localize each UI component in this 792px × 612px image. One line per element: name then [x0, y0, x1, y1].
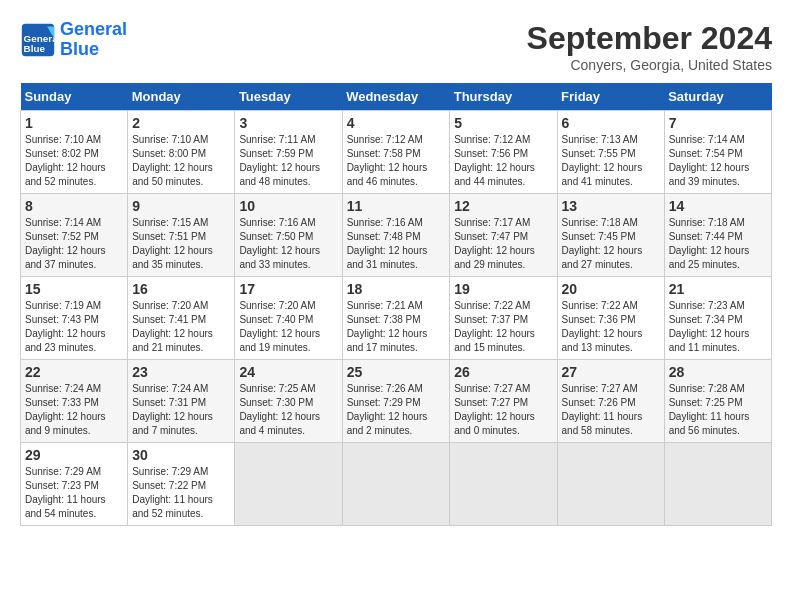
calendar-day-cell: 26 Sunrise: 7:27 AMSunset: 7:27 PMDaylig… [450, 360, 557, 443]
day-details: Sunrise: 7:18 AMSunset: 7:44 PMDaylight:… [669, 217, 750, 270]
day-number: 29 [25, 447, 123, 463]
calendar-day-cell: 8 Sunrise: 7:14 AMSunset: 7:52 PMDayligh… [21, 194, 128, 277]
calendar-day-cell: 27 Sunrise: 7:27 AMSunset: 7:26 PMDaylig… [557, 360, 664, 443]
day-details: Sunrise: 7:29 AMSunset: 7:22 PMDaylight:… [132, 466, 213, 519]
logo-text-line1: General [60, 20, 127, 40]
calendar-day-cell: 11 Sunrise: 7:16 AMSunset: 7:48 PMDaylig… [342, 194, 450, 277]
day-details: Sunrise: 7:12 AMSunset: 7:56 PMDaylight:… [454, 134, 535, 187]
day-number: 17 [239, 281, 337, 297]
day-number: 26 [454, 364, 552, 380]
calendar-day-cell: 4 Sunrise: 7:12 AMSunset: 7:58 PMDayligh… [342, 111, 450, 194]
weekday-header-monday: Monday [128, 83, 235, 111]
day-details: Sunrise: 7:22 AMSunset: 7:37 PMDaylight:… [454, 300, 535, 353]
day-number: 16 [132, 281, 230, 297]
title-block: September 2024 Conyers, Georgia, United … [527, 20, 772, 73]
day-number: 9 [132, 198, 230, 214]
day-number: 20 [562, 281, 660, 297]
calendar-week-row: 29 Sunrise: 7:29 AMSunset: 7:23 PMDaylig… [21, 443, 772, 526]
day-details: Sunrise: 7:20 AMSunset: 7:40 PMDaylight:… [239, 300, 320, 353]
day-number: 8 [25, 198, 123, 214]
page-header: General Blue General Blue September 2024… [20, 20, 772, 73]
weekday-header-friday: Friday [557, 83, 664, 111]
logo-icon: General Blue [20, 22, 56, 58]
day-number: 25 [347, 364, 446, 380]
day-number: 7 [669, 115, 767, 131]
calendar-day-cell [557, 443, 664, 526]
calendar-day-cell: 1 Sunrise: 7:10 AMSunset: 8:02 PMDayligh… [21, 111, 128, 194]
day-details: Sunrise: 7:29 AMSunset: 7:23 PMDaylight:… [25, 466, 106, 519]
calendar-day-cell: 17 Sunrise: 7:20 AMSunset: 7:40 PMDaylig… [235, 277, 342, 360]
day-number: 10 [239, 198, 337, 214]
day-number: 23 [132, 364, 230, 380]
day-details: Sunrise: 7:25 AMSunset: 7:30 PMDaylight:… [239, 383, 320, 436]
location-subtitle: Conyers, Georgia, United States [527, 57, 772, 73]
calendar-day-cell: 14 Sunrise: 7:18 AMSunset: 7:44 PMDaylig… [664, 194, 771, 277]
calendar-day-cell: 10 Sunrise: 7:16 AMSunset: 7:50 PMDaylig… [235, 194, 342, 277]
calendar-day-cell [664, 443, 771, 526]
day-details: Sunrise: 7:15 AMSunset: 7:51 PMDaylight:… [132, 217, 213, 270]
calendar-header-row: SundayMondayTuesdayWednesdayThursdayFrid… [21, 83, 772, 111]
day-details: Sunrise: 7:27 AMSunset: 7:26 PMDaylight:… [562, 383, 643, 436]
day-number: 6 [562, 115, 660, 131]
day-number: 15 [25, 281, 123, 297]
day-details: Sunrise: 7:24 AMSunset: 7:31 PMDaylight:… [132, 383, 213, 436]
calendar-day-cell: 16 Sunrise: 7:20 AMSunset: 7:41 PMDaylig… [128, 277, 235, 360]
day-number: 22 [25, 364, 123, 380]
day-details: Sunrise: 7:21 AMSunset: 7:38 PMDaylight:… [347, 300, 428, 353]
day-details: Sunrise: 7:10 AMSunset: 8:02 PMDaylight:… [25, 134, 106, 187]
day-details: Sunrise: 7:20 AMSunset: 7:41 PMDaylight:… [132, 300, 213, 353]
calendar-day-cell: 9 Sunrise: 7:15 AMSunset: 7:51 PMDayligh… [128, 194, 235, 277]
calendar-day-cell: 28 Sunrise: 7:28 AMSunset: 7:25 PMDaylig… [664, 360, 771, 443]
calendar-day-cell: 25 Sunrise: 7:26 AMSunset: 7:29 PMDaylig… [342, 360, 450, 443]
logo: General Blue General Blue [20, 20, 127, 60]
day-number: 13 [562, 198, 660, 214]
day-details: Sunrise: 7:16 AMSunset: 7:50 PMDaylight:… [239, 217, 320, 270]
day-details: Sunrise: 7:16 AMSunset: 7:48 PMDaylight:… [347, 217, 428, 270]
day-details: Sunrise: 7:12 AMSunset: 7:58 PMDaylight:… [347, 134, 428, 187]
day-details: Sunrise: 7:27 AMSunset: 7:27 PMDaylight:… [454, 383, 535, 436]
weekday-header-tuesday: Tuesday [235, 83, 342, 111]
calendar-day-cell: 12 Sunrise: 7:17 AMSunset: 7:47 PMDaylig… [450, 194, 557, 277]
day-details: Sunrise: 7:22 AMSunset: 7:36 PMDaylight:… [562, 300, 643, 353]
day-details: Sunrise: 7:11 AMSunset: 7:59 PMDaylight:… [239, 134, 320, 187]
day-number: 4 [347, 115, 446, 131]
calendar-day-cell: 29 Sunrise: 7:29 AMSunset: 7:23 PMDaylig… [21, 443, 128, 526]
calendar-day-cell: 30 Sunrise: 7:29 AMSunset: 7:22 PMDaylig… [128, 443, 235, 526]
calendar-day-cell: 19 Sunrise: 7:22 AMSunset: 7:37 PMDaylig… [450, 277, 557, 360]
day-details: Sunrise: 7:19 AMSunset: 7:43 PMDaylight:… [25, 300, 106, 353]
day-number: 18 [347, 281, 446, 297]
calendar-day-cell: 2 Sunrise: 7:10 AMSunset: 8:00 PMDayligh… [128, 111, 235, 194]
day-number: 2 [132, 115, 230, 131]
day-number: 30 [132, 447, 230, 463]
calendar-day-cell: 3 Sunrise: 7:11 AMSunset: 7:59 PMDayligh… [235, 111, 342, 194]
day-number: 27 [562, 364, 660, 380]
calendar-day-cell: 18 Sunrise: 7:21 AMSunset: 7:38 PMDaylig… [342, 277, 450, 360]
day-number: 28 [669, 364, 767, 380]
calendar-day-cell [450, 443, 557, 526]
weekday-header-wednesday: Wednesday [342, 83, 450, 111]
calendar-table: SundayMondayTuesdayWednesdayThursdayFrid… [20, 83, 772, 526]
calendar-day-cell: 13 Sunrise: 7:18 AMSunset: 7:45 PMDaylig… [557, 194, 664, 277]
weekday-header-thursday: Thursday [450, 83, 557, 111]
day-number: 1 [25, 115, 123, 131]
calendar-day-cell: 6 Sunrise: 7:13 AMSunset: 7:55 PMDayligh… [557, 111, 664, 194]
calendar-day-cell: 15 Sunrise: 7:19 AMSunset: 7:43 PMDaylig… [21, 277, 128, 360]
day-details: Sunrise: 7:13 AMSunset: 7:55 PMDaylight:… [562, 134, 643, 187]
weekday-header-saturday: Saturday [664, 83, 771, 111]
day-number: 24 [239, 364, 337, 380]
day-details: Sunrise: 7:18 AMSunset: 7:45 PMDaylight:… [562, 217, 643, 270]
calendar-day-cell [235, 443, 342, 526]
calendar-day-cell: 24 Sunrise: 7:25 AMSunset: 7:30 PMDaylig… [235, 360, 342, 443]
day-details: Sunrise: 7:26 AMSunset: 7:29 PMDaylight:… [347, 383, 428, 436]
weekday-header-sunday: Sunday [21, 83, 128, 111]
month-title: September 2024 [527, 20, 772, 57]
calendar-day-cell: 7 Sunrise: 7:14 AMSunset: 7:54 PMDayligh… [664, 111, 771, 194]
day-number: 19 [454, 281, 552, 297]
day-details: Sunrise: 7:14 AMSunset: 7:54 PMDaylight:… [669, 134, 750, 187]
calendar-week-row: 15 Sunrise: 7:19 AMSunset: 7:43 PMDaylig… [21, 277, 772, 360]
day-details: Sunrise: 7:24 AMSunset: 7:33 PMDaylight:… [25, 383, 106, 436]
day-details: Sunrise: 7:23 AMSunset: 7:34 PMDaylight:… [669, 300, 750, 353]
day-details: Sunrise: 7:28 AMSunset: 7:25 PMDaylight:… [669, 383, 750, 436]
day-details: Sunrise: 7:17 AMSunset: 7:47 PMDaylight:… [454, 217, 535, 270]
calendar-week-row: 22 Sunrise: 7:24 AMSunset: 7:33 PMDaylig… [21, 360, 772, 443]
